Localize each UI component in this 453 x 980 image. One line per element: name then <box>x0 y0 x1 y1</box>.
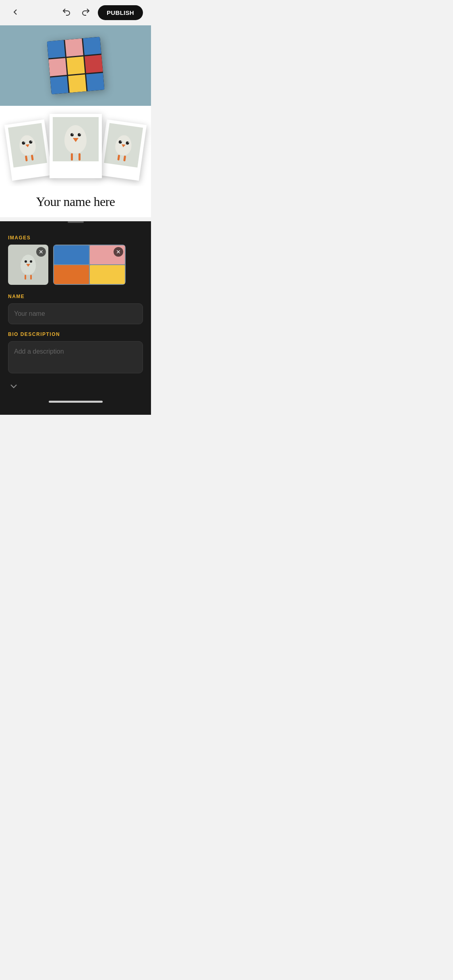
preview-name-text: Your name here <box>8 194 143 209</box>
polaroid-right <box>99 119 147 181</box>
polaroid-center <box>50 114 102 178</box>
close-icon: ✕ <box>116 249 121 255</box>
mini-egg-leg <box>30 275 32 280</box>
cube-cell <box>68 74 87 93</box>
egg-character-left <box>8 123 47 168</box>
cube-cell <box>85 55 103 73</box>
images-section-label: IMAGES <box>0 229 151 245</box>
images-row: ✕ ✕ <box>0 245 151 291</box>
remove-cube-image-button[interactable]: ✕ <box>114 247 123 257</box>
polaroid-left-image <box>8 123 47 168</box>
egg-character-center <box>53 117 99 161</box>
egg-eye <box>118 140 122 144</box>
polaroid-right-image <box>104 123 143 168</box>
thumb-cube-cell <box>90 265 125 284</box>
egg-leg <box>71 153 73 161</box>
mini-egg-eyes <box>25 260 32 263</box>
cube-cell <box>65 38 83 57</box>
cube-cell <box>50 76 68 95</box>
egg-eye <box>126 141 129 145</box>
egg-body-center <box>64 125 87 153</box>
thumb-cube-cell <box>54 245 89 264</box>
egg-eye <box>22 141 25 145</box>
mini-egg-legs <box>25 275 32 280</box>
cube-cell <box>48 58 67 76</box>
egg-body-right <box>114 134 133 156</box>
polaroid-center-image <box>53 117 99 161</box>
drag-handle[interactable] <box>68 221 84 223</box>
bio-input[interactable] <box>8 341 143 373</box>
cube-cell <box>83 37 101 55</box>
bio-field-section: BIO DESCRIPTION <box>0 324 151 375</box>
egg-eyes-center <box>70 133 81 136</box>
mini-egg-eye <box>25 260 27 263</box>
egg-leg <box>123 156 126 162</box>
mini-egg-leg <box>25 275 26 280</box>
cube-grid <box>47 37 104 94</box>
egg-leg <box>79 153 81 161</box>
redo-button[interactable] <box>79 5 93 21</box>
egg-eye <box>29 140 33 144</box>
egg-leg <box>25 156 28 162</box>
cube-cell <box>66 56 85 75</box>
egg-leg <box>117 154 120 161</box>
polaroids-row <box>0 106 151 186</box>
cube-cell <box>86 73 105 91</box>
chevron-down-button[interactable] <box>8 381 19 394</box>
close-icon: ✕ <box>39 249 43 255</box>
undo-icon <box>62 7 71 17</box>
egg-eye <box>70 133 74 136</box>
egg-legs-center <box>71 153 81 161</box>
remove-egg-image-button[interactable]: ✕ <box>36 247 46 257</box>
name-input[interactable] <box>8 303 143 324</box>
egg-legs-left <box>25 154 34 161</box>
undo-button[interactable] <box>59 5 74 21</box>
name-field-section: NAME <box>0 291 151 324</box>
cube-cell <box>47 40 65 58</box>
mini-egg-beak <box>26 264 30 267</box>
bio-section-label: BIO DESCRIPTION <box>8 331 143 337</box>
image-thumb-cube: ✕ <box>53 245 126 285</box>
egg-legs-right <box>117 154 126 161</box>
egg-eye <box>78 133 81 136</box>
preview-background <box>0 25 151 106</box>
preview-name-section: Your name here <box>0 186 151 217</box>
thumb-cube-cell <box>54 265 89 284</box>
home-indicator <box>49 401 103 403</box>
egg-body-left <box>18 134 37 156</box>
egg-leg <box>31 154 34 161</box>
top-bar-center: PUBLISH <box>59 5 143 21</box>
publish-button[interactable]: PUBLISH <box>98 5 143 20</box>
polaroid-left <box>4 119 52 181</box>
top-bar-left <box>8 5 23 21</box>
chevron-down-icon <box>8 381 19 392</box>
preview-area: Your name here <box>0 25 151 217</box>
egg-beak-left <box>25 144 30 147</box>
rubiks-cube-visual <box>0 25 151 106</box>
back-button[interactable] <box>8 5 23 21</box>
egg-beak-right <box>121 144 126 147</box>
bottom-sheet: IMAGES <box>0 221 151 415</box>
back-icon <box>10 7 20 17</box>
chevron-container <box>0 375 151 394</box>
redo-icon <box>81 7 91 17</box>
mini-egg-body <box>21 255 36 275</box>
egg-character-right <box>104 123 143 168</box>
image-thumb-egg: ✕ <box>8 245 48 285</box>
name-section-label: NAME <box>8 294 143 299</box>
mini-egg-eye <box>30 260 32 263</box>
egg-beak-center <box>73 138 79 142</box>
top-bar: PUBLISH <box>0 0 151 25</box>
